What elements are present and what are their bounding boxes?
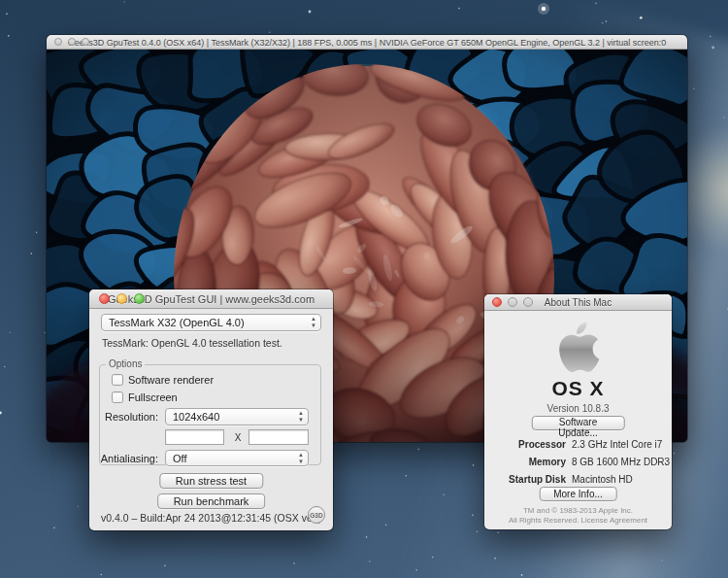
resolution-value: 1024x640 xyxy=(173,411,219,423)
run-stress-test-button[interactable]: Run stress test xyxy=(159,473,263,489)
select-arrows-icon: ▲▼ xyxy=(298,452,304,465)
render-window-title: Geeks3D GpuTest 0.4.0 (OSX x64) | TessMa… xyxy=(47,38,687,48)
window-controls xyxy=(99,293,145,304)
close-button[interactable] xyxy=(54,38,62,46)
checkbox-icon xyxy=(112,374,123,386)
minimize-button[interactable] xyxy=(116,293,127,304)
test-select-value: TessMark X32 (OpenGL 4.0) xyxy=(109,317,245,328)
gputest-gui-window: Geeks3D GpuTest GUI | www.geeks3d.com Te… xyxy=(89,289,333,530)
minimize-button[interactable] xyxy=(68,38,76,46)
custom-width-input[interactable] xyxy=(165,429,224,445)
antialiasing-select[interactable]: Off ▲▼ xyxy=(165,450,309,466)
g3d-logo: G3D xyxy=(308,506,325,524)
os-version: Version 10.8.3 xyxy=(484,403,672,414)
system-specs: Processor 2.3 GHz Intel Core i7 Memory 8… xyxy=(484,439,672,485)
run-benchmark-button[interactable]: Run benchmark xyxy=(157,493,266,509)
window-controls xyxy=(54,38,89,46)
software-update-button[interactable]: Software Update... xyxy=(531,416,625,430)
software-renderer-label: Software renderer xyxy=(128,374,214,386)
options-groupbox: Options Software renderer Fullscreen Res… xyxy=(99,364,321,465)
close-button[interactable] xyxy=(492,297,502,307)
about-window-titlebar[interactable]: About This Mac xyxy=(484,294,672,311)
select-arrows-icon: ▲▼ xyxy=(311,316,316,329)
zoom-button[interactable] xyxy=(523,297,533,307)
resolution-label: Resolution: xyxy=(100,411,158,423)
build-version-text: v0.4.0 – Build:Apr 24 2013@12:31:45 (OSX… xyxy=(89,512,333,524)
fullscreen-checkbox[interactable]: Fullscreen xyxy=(112,391,178,403)
more-info-button[interactable]: More Info... xyxy=(539,487,617,501)
render-window-titlebar[interactable]: Geeks3D GpuTest 0.4.0 (OSX x64) | TessMa… xyxy=(47,35,687,50)
apple-logo-icon xyxy=(556,321,601,373)
antialiasing-value: Off xyxy=(173,453,186,464)
os-name: OS X xyxy=(484,377,672,400)
gui-window-titlebar[interactable]: Geeks3D GpuTest GUI | www.geeks3d.com xyxy=(89,289,333,309)
checkbox-icon xyxy=(112,391,123,403)
window-controls xyxy=(492,297,533,307)
copyright-text: TM and © 1983-2013 Apple Inc. All Rights… xyxy=(484,506,672,526)
software-renderer-checkbox[interactable]: Software renderer xyxy=(112,374,214,386)
about-this-mac-window: About This Mac OS X Version 10.8.3 Softw… xyxy=(484,294,672,529)
resolution-select[interactable]: 1024x640 ▲▼ xyxy=(165,408,309,425)
test-description: TessMark: OpenGL 4.0 tessellation test. xyxy=(102,337,282,349)
antialiasing-label: Antialiasing: xyxy=(100,453,158,464)
spec-row-startup-disk: Startup Disk Macintosh HD xyxy=(484,474,672,485)
fullscreen-label: Fullscreen xyxy=(128,391,178,403)
zoom-button[interactable] xyxy=(134,293,145,304)
options-label: Options xyxy=(106,358,145,369)
close-button[interactable] xyxy=(99,293,110,304)
minimize-button[interactable] xyxy=(508,297,517,307)
test-select[interactable]: TessMark X32 (OpenGL 4.0) ▲▼ xyxy=(101,314,321,331)
zoom-button[interactable] xyxy=(82,38,89,46)
resolution-separator: X xyxy=(229,432,247,443)
custom-height-input[interactable] xyxy=(248,429,309,445)
spec-row-memory: Memory 8 GB 1600 MHz DDR3 xyxy=(484,457,672,467)
select-arrows-icon: ▲▼ xyxy=(298,410,304,424)
spec-row-processor: Processor 2.3 GHz Intel Core i7 xyxy=(484,439,672,450)
